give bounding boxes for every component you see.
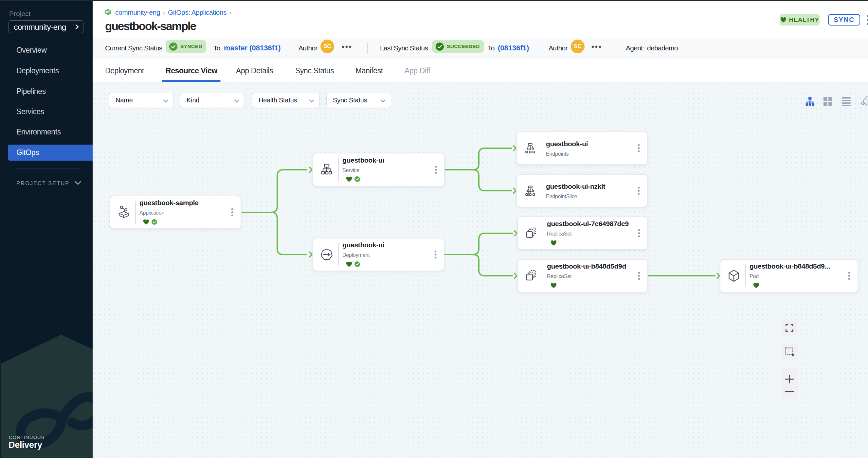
svg-text:∞: ∞: [105, 9, 111, 15]
